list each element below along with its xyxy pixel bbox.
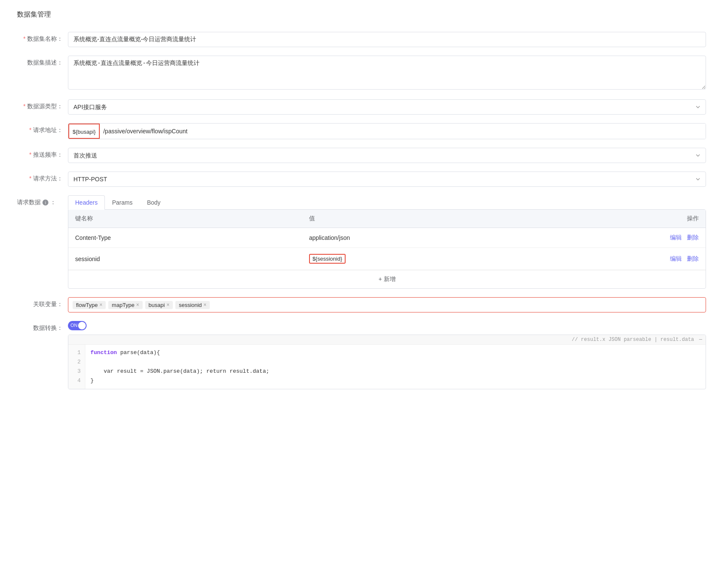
request-method-select[interactable]: HTTP-POST	[68, 172, 706, 187]
line-num-2: 2	[73, 357, 81, 367]
delete-btn-2[interactable]: 删除	[687, 255, 699, 263]
data-transform-row: 数据转换： ON // result.x JSON parseable | re…	[17, 321, 706, 389]
edit-btn-2[interactable]: 编辑	[670, 255, 682, 263]
push-freq-label: * 推送频率：	[17, 148, 68, 159]
dataset-name-input[interactable]	[68, 32, 706, 47]
request-method-label: * 请求方法：	[17, 172, 68, 183]
datasource-type-content: API接口服务	[68, 99, 706, 115]
code-line-4: }	[90, 376, 700, 385]
tab-headers[interactable]: Headers	[68, 195, 105, 210]
url-prefix: ${busapi}	[68, 124, 100, 139]
keyword-function: function	[90, 349, 117, 356]
code-editor-minimize[interactable]: —	[699, 337, 702, 343]
tabs-nav: Headers Params Body	[68, 195, 706, 209]
info-icon[interactable]: i	[42, 200, 48, 205]
data-transform-content: ON // result.x JSON parseable | result.d…	[68, 321, 706, 389]
request-url-label: * 请求地址：	[17, 123, 68, 134]
add-row-label: + 新增	[378, 276, 395, 283]
table-header: 键名称 值 操作	[68, 210, 706, 228]
code-editor-hint: // result.x JSON parseable | result.data	[572, 337, 694, 343]
var-close-maptype[interactable]: ×	[136, 302, 139, 308]
line-num-3: 3	[73, 367, 81, 376]
code-editor: // result.x JSON parseable | result.data…	[68, 335, 706, 389]
var-close-sessionid[interactable]: ×	[203, 302, 206, 308]
cell-val-1: application/json	[309, 234, 543, 241]
required-star3: *	[29, 127, 31, 133]
cell-action-2: 编辑 删除	[543, 255, 699, 263]
page-title: 数据集管理	[17, 10, 706, 19]
dataset-name-content	[68, 32, 706, 47]
required-star2: *	[23, 103, 25, 110]
datasource-type-label: * 数据源类型：	[17, 99, 68, 110]
push-freq-content: 首次推送	[68, 148, 706, 163]
code-text-1: parse(data){	[117, 349, 160, 356]
var-close-flowtype[interactable]: ×	[99, 302, 102, 308]
code-text-4: }	[90, 377, 94, 384]
edit-btn-1[interactable]: 编辑	[670, 234, 682, 242]
code-line-3: var result = JSON.parse(data); return re…	[90, 367, 700, 376]
col-header-key: 键名称	[75, 215, 309, 222]
page-container: 数据集管理 * 数据集名称： 数据集描述： 系统概览-直连点流量概览-今日运营商…	[0, 0, 723, 408]
delete-btn-1[interactable]: 删除	[687, 234, 699, 242]
request-data-content: Headers Params Body 键名称 值 操作 Cont	[68, 195, 706, 289]
dataset-name-label: * 数据集名称：	[17, 32, 68, 43]
datasource-type-select[interactable]: API接口服务	[68, 99, 706, 115]
form-section: * 数据集名称： 数据集描述： 系统概览-直连点流量概览-今日运营商流量统计 *…	[17, 32, 706, 389]
request-method-content: HTTP-POST	[68, 172, 706, 187]
cell-action-1: 编辑 删除	[543, 234, 699, 242]
code-line-2	[90, 357, 700, 367]
required-star4: *	[29, 151, 31, 158]
var-tag-flowtype: flowType ×	[73, 301, 106, 309]
variables-container[interactable]: flowType × mapType × busapi × sessionid …	[68, 297, 706, 312]
tab-body[interactable]: Body	[140, 195, 168, 209]
tabs-container: Headers Params Body 键名称 值 操作 Cont	[68, 195, 706, 289]
request-url-content: ${busapi}	[68, 123, 706, 139]
col-header-val: 值	[309, 215, 543, 222]
var-name-sessionid: sessionid	[179, 302, 202, 308]
var-name-maptype: mapType	[112, 302, 134, 308]
request-method-row: * 请求方法： HTTP-POST	[17, 172, 706, 187]
action-btns-2: 编辑 删除	[543, 255, 699, 263]
dataset-desc-row: 数据集描述： 系统概览-直连点流量概览-今日运营商流量统计	[17, 56, 706, 91]
table-row: sessionid ${sessionid} 编辑 删除	[68, 248, 706, 270]
request-data-label: 请求数据 i：	[17, 195, 68, 206]
cell-key-1: Content-Type	[75, 234, 309, 241]
var-name-busapi: busapi	[149, 302, 165, 308]
code-lines: 1 2 3 4 function parse(data){ var result…	[68, 345, 706, 389]
cell-key-2: sessionid	[75, 256, 309, 262]
add-row-btn[interactable]: + 新增	[68, 270, 706, 288]
code-editor-header: // result.x JSON parseable | result.data…	[68, 335, 706, 345]
var-tag-maptype: mapType ×	[108, 301, 143, 309]
table-row: Content-Type application/json 编辑 删除	[68, 228, 706, 248]
action-btns-1: 编辑 删除	[543, 234, 699, 242]
line-numbers: 1 2 3 4	[68, 345, 85, 389]
code-content[interactable]: function parse(data){ var result = JSON.…	[85, 345, 706, 389]
tab-params[interactable]: Params	[105, 195, 140, 209]
data-table: 键名称 值 操作 Content-Type application/json 编…	[68, 209, 706, 289]
code-line-1: function parse(data){	[90, 348, 700, 357]
var-name-flowtype: flowType	[76, 302, 98, 308]
datasource-type-row: * 数据源类型： API接口服务	[17, 99, 706, 115]
toggle-label: ON	[70, 323, 78, 328]
var-tag-sessionid: sessionid ×	[175, 301, 210, 309]
url-suffix-input[interactable]	[100, 124, 706, 139]
request-url-row: * 请求地址： ${busapi}	[17, 123, 706, 139]
cell-val-2: ${sessionid}	[309, 254, 543, 264]
var-tag-busapi: busapi ×	[145, 301, 173, 309]
related-vars-label: 关联变量：	[17, 297, 68, 308]
toggle-container: ON	[68, 321, 706, 330]
required-star5: *	[29, 175, 31, 182]
dataset-desc-label: 数据集描述：	[17, 56, 68, 67]
toggle-switch[interactable]: ON	[68, 321, 87, 330]
url-wrapper: ${busapi}	[68, 123, 706, 139]
request-data-text: 请求数据	[17, 199, 41, 206]
dataset-desc-content: 系统概览-直连点流量概览-今日运营商流量统计	[68, 56, 706, 91]
var-close-busapi[interactable]: ×	[166, 302, 169, 308]
related-vars-row: 关联变量： flowType × mapType × busapi ×	[17, 297, 706, 312]
line-num-1: 1	[73, 348, 81, 357]
code-text-3: var result = JSON.parse(data); return re…	[90, 368, 269, 374]
dataset-desc-textarea[interactable]: 系统概览-直连点流量概览-今日运营商流量统计	[68, 56, 706, 90]
related-vars-content: flowType × mapType × busapi × sessionid …	[68, 297, 706, 312]
request-data-row: 请求数据 i： Headers Params Body 键名称	[17, 195, 706, 289]
push-freq-select[interactable]: 首次推送	[68, 148, 706, 163]
